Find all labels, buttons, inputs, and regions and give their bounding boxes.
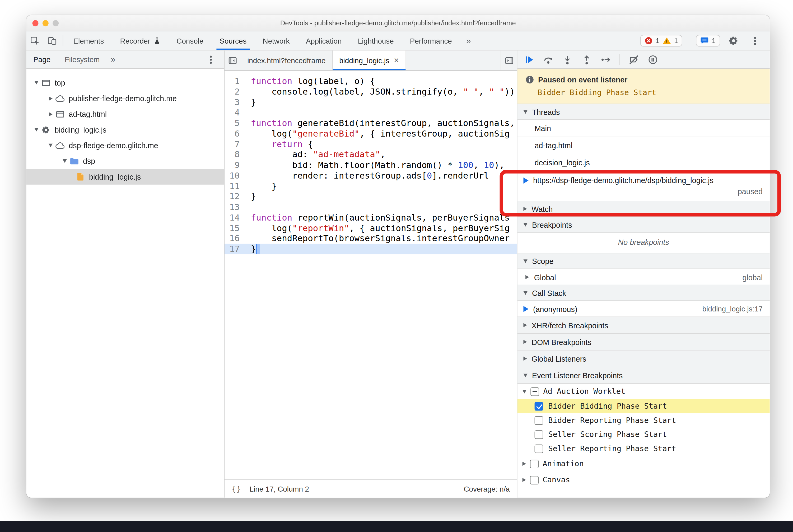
navigator-tab-page[interactable]: Page	[26, 51, 58, 68]
tab-lighthouse[interactable]: Lighthouse	[350, 32, 402, 50]
code-line-4[interactable]: 4	[225, 107, 517, 118]
step-over-button[interactable]	[543, 54, 554, 65]
code-line-7[interactable]: 7 return {	[225, 139, 517, 150]
section-global-listeners[interactable]: Global Listeners	[517, 350, 770, 367]
line-number[interactable]: 3	[225, 97, 245, 108]
frame-location[interactable]: bidding_logic.js:17	[702, 305, 762, 313]
checkbox-unchecked[interactable]	[530, 476, 539, 484]
tree-item-publisher-fledge-demo[interactable]: publisher-fledge-demo.glitch.me	[26, 91, 224, 106]
code-line-9[interactable]: 9 bid: Math.floor(Math.random() * 100, 1…	[225, 160, 517, 170]
tree-item-ad-tag-html[interactable]: ad-tag.html	[26, 106, 224, 122]
line-number[interactable]: 10	[225, 170, 245, 181]
tree-item-dsp-folder[interactable]: dsp	[26, 153, 224, 169]
disclosure-closed-icon[interactable]	[46, 112, 55, 116]
scope-global-row[interactable]: Global global	[517, 269, 770, 285]
tab-recorder[interactable]: Recorder	[112, 32, 169, 50]
checkbox-unchecked[interactable]	[530, 459, 539, 468]
line-number[interactable]: 15	[225, 223, 245, 233]
devtools-menu-button[interactable]	[747, 40, 764, 42]
console-errors-warnings-summary[interactable]: 1 1	[641, 35, 683, 46]
code-line-12[interactable]: 12}	[225, 191, 517, 202]
zoom-window-button[interactable]	[53, 20, 59, 26]
section-watch[interactable]: Watch	[517, 201, 770, 217]
code-line-3[interactable]: 3}	[225, 97, 517, 108]
line-number[interactable]: 17	[225, 244, 245, 254]
checkbox-indeterminate[interactable]	[530, 387, 539, 396]
editor-tab-index-html[interactable]: index.html?fencedframe	[241, 51, 333, 70]
section-threads[interactable]: Threads	[517, 103, 770, 120]
section-event-listener-breakpoints[interactable]: Event Listener Breakpoints	[517, 367, 770, 384]
code-line-13[interactable]: 13	[225, 202, 517, 212]
section-xhr-breakpoints[interactable]: XHR/fetch Breakpoints	[517, 317, 770, 334]
line-number[interactable]: 12	[225, 191, 245, 202]
disclosure-open-icon[interactable]	[61, 159, 69, 163]
code-editor[interactable]: 1function log(label, o) {2 console.log(l…	[225, 71, 517, 479]
navigator-tab-filesystem[interactable]: Filesystem	[58, 51, 107, 68]
code-line-16[interactable]: 16 sendReportTo(browserSignals.interestG…	[225, 233, 517, 244]
section-breakpoints[interactable]: Breakpoints	[517, 216, 770, 232]
code-line-1[interactable]: 1function log(label, o) {	[225, 76, 517, 87]
checkbox-checked[interactable]	[535, 402, 543, 411]
line-number[interactable]: 11	[225, 181, 245, 191]
code-line-10[interactable]: 10 render: interestGroup.ads[0].renderUr…	[225, 170, 517, 181]
code-line-11[interactable]: 11 }	[225, 181, 517, 191]
code-line-2[interactable]: 2 console.log(label, JSON.stringify(o, "…	[225, 87, 517, 97]
disclosure-open-icon[interactable]	[33, 81, 41, 84]
tab-network[interactable]: Network	[254, 32, 298, 50]
thread-bidding-logic-current[interactable]: https://dsp-fledge-demo.glitch.me/dsp/bi…	[517, 171, 770, 201]
breakpoint-seller-reporting-phase-start[interactable]: Seller Reporting Phase Start	[517, 441, 770, 456]
pretty-print-icon[interactable]: {}	[232, 485, 242, 493]
editor-overflow-button[interactable]	[501, 51, 517, 70]
code-line-17[interactable]: 17}	[225, 244, 517, 254]
tab-sources[interactable]: Sources	[212, 32, 254, 50]
thread-ad-tag[interactable]: ad-tag.html	[517, 137, 770, 154]
disclosure-open-icon[interactable]	[46, 144, 55, 147]
line-number[interactable]: 13	[225, 202, 245, 212]
section-call-stack[interactable]: Call Stack	[517, 285, 770, 301]
settings-button[interactable]	[724, 36, 742, 45]
disclosure-open-icon[interactable]	[33, 128, 41, 131]
call-stack-frame[interactable]: (anonymous) bidding_logic.js:17	[517, 301, 770, 317]
deactivate-breakpoints-button[interactable]	[628, 54, 639, 65]
tree-item-bidding-logic-file[interactable]: bidding_logic.js	[26, 169, 224, 184]
code-line-5[interactable]: 5function generateBid(interestGroup, auc…	[225, 118, 517, 128]
close-window-button[interactable]	[33, 20, 39, 26]
section-scope[interactable]: Scope	[517, 253, 770, 269]
thread-main[interactable]: Main	[517, 120, 770, 137]
checkbox-unchecked[interactable]	[535, 444, 543, 453]
line-number[interactable]: 4	[225, 107, 245, 118]
breakpoint-seller-scoring-phase-start[interactable]: Seller Scoring Phase Start	[517, 428, 770, 442]
checkbox-unchecked[interactable]	[535, 430, 543, 439]
step-into-button[interactable]	[562, 54, 573, 65]
line-number[interactable]: 5	[225, 118, 245, 128]
more-panels-button[interactable]: »	[460, 32, 477, 50]
thread-decision-logic[interactable]: decision_logic.js	[517, 154, 770, 171]
breakpoint-bidder-reporting-phase-start[interactable]: Bidder Reporting Phase Start	[517, 413, 770, 428]
tab-application[interactable]: Application	[298, 32, 350, 50]
tree-item-bidding-logic-worklet[interactable]: bidding_logic.js	[26, 122, 224, 137]
breakpoint-group-ad-auction-worklet[interactable]: Ad Auction Worklet	[517, 384, 770, 399]
pause-on-exceptions-button[interactable]	[647, 54, 659, 65]
editor-tab-bidding-logic[interactable]: bidding_logic.js ×	[333, 51, 406, 70]
line-number[interactable]: 14	[225, 212, 245, 223]
code-line-6[interactable]: 6 log("generateBid", { interestGroup, au…	[225, 128, 517, 139]
line-number[interactable]: 7	[225, 139, 245, 150]
tab-console[interactable]: Console	[169, 32, 212, 50]
line-number[interactable]: 1	[225, 76, 245, 87]
issues-counter[interactable]: 1	[696, 35, 720, 46]
breakpoint-group-animation[interactable]: Animation	[517, 456, 770, 472]
inspect-element-button[interactable]	[26, 32, 43, 50]
toggle-device-toolbar-button[interactable]	[43, 32, 61, 50]
tab-elements[interactable]: Elements	[65, 32, 112, 50]
breakpoint-bidder-bidding-phase-start[interactable]: Bidder Bidding Phase Start	[517, 399, 770, 413]
line-number[interactable]: 8	[225, 149, 245, 160]
line-number[interactable]: 16	[225, 233, 245, 244]
step-button[interactable]	[600, 54, 611, 65]
resume-script-button[interactable]	[524, 54, 535, 65]
more-navigator-tabs-button[interactable]: »	[107, 55, 119, 64]
minimize-window-button[interactable]	[42, 20, 49, 26]
line-number[interactable]: 6	[225, 128, 245, 139]
navigator-toggle-button[interactable]	[225, 51, 241, 70]
close-tab-icon[interactable]: ×	[394, 56, 399, 65]
line-number[interactable]: 9	[225, 160, 245, 170]
